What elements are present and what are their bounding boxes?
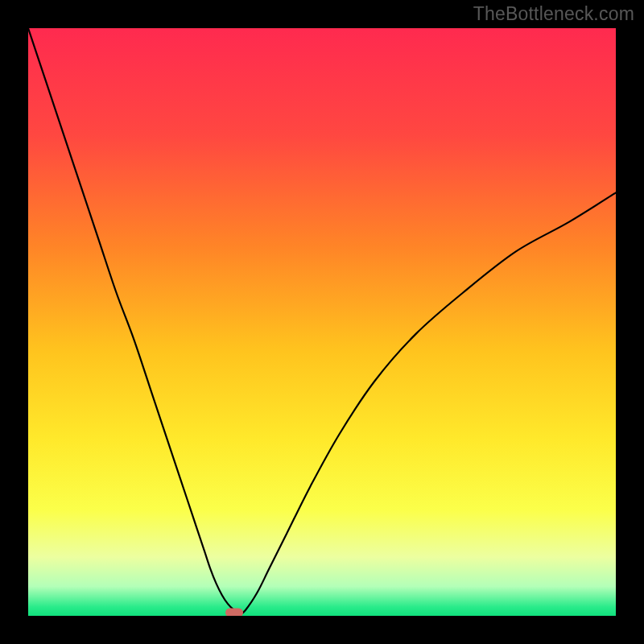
watermark-text: TheBottleneck.com	[473, 3, 634, 25]
minimum-marker	[225, 609, 243, 616]
chart-frame: TheBottleneck.com	[0, 0, 644, 644]
bottleneck-curve	[28, 28, 616, 616]
plot-area	[28, 28, 616, 616]
